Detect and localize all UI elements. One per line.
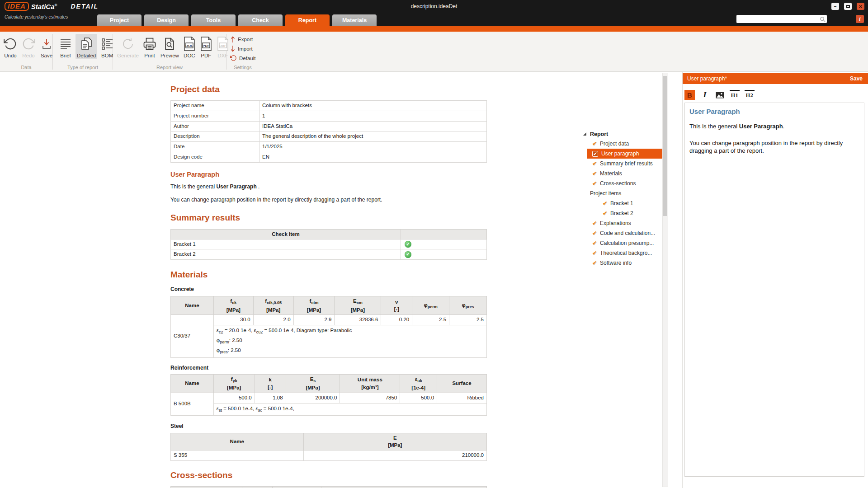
check-ok-icon: ✓: [405, 241, 411, 248]
statica-logo: StatiCa®: [31, 3, 57, 10]
check-ok-icon: ✓: [405, 251, 411, 258]
column-header: Picture: [321, 486, 486, 488]
ribbon: Undo Redo Save Data: [0, 32, 868, 72]
undo-button[interactable]: Undo: [2, 34, 19, 59]
report-scrollbar[interactable]: [662, 73, 668, 487]
bold-button[interactable]: B: [684, 90, 695, 100]
table-row: Bracket 1✓: [171, 239, 487, 249]
tab-check[interactable]: Check: [238, 14, 283, 26]
ribbon-group-type-of-report: Brief Detailed BOM Type of report: [53, 32, 113, 71]
nav-item-software-info[interactable]: ✔Software info: [583, 258, 667, 268]
maximize-button[interactable]: [844, 3, 852, 10]
export-button[interactable]: Export: [230, 36, 259, 43]
titlebar: IDEA StatiCa® DETAIL description.ideaDet…: [0, 0, 868, 13]
doc-file-icon: DOC: [183, 35, 196, 53]
column-header: fctm[MPa]: [293, 296, 335, 315]
pdf-button[interactable]: PDF PDF: [198, 34, 214, 59]
section-title-materials: Materials: [170, 270, 487, 280]
check-icon: ✔: [592, 220, 597, 226]
maximize-icon: [846, 5, 850, 8]
redo-button: Redo: [20, 34, 37, 59]
tab-materials[interactable]: Materials: [332, 14, 377, 26]
heading2-button[interactable]: H2: [745, 90, 755, 100]
user-paragraph-line2: You can change paragraph position in the…: [170, 197, 487, 203]
nav-item-project-data[interactable]: ✔Project data: [583, 139, 667, 149]
nav-item-bracket-2[interactable]: ✔Bracket 2: [583, 208, 667, 218]
ribbon-group-report-view: Generate Print Preview DOC DOC: [113, 32, 226, 71]
column-header: ν[-]: [381, 296, 412, 315]
import-icon: [230, 45, 236, 52]
column-header: Material: [242, 486, 272, 488]
import-button[interactable]: Import: [230, 45, 259, 52]
image-icon: [716, 92, 724, 99]
tab-project[interactable]: Project: [97, 14, 142, 26]
user-paragraph-panel: User paragraph* Save B I H1 H2 User Para…: [682, 72, 868, 488]
material-label-concrete: Concrete: [170, 286, 487, 292]
minimize-button[interactable]: –: [831, 3, 839, 10]
heading1-button[interactable]: H1: [730, 90, 740, 100]
scrollbar-thumb[interactable]: [663, 76, 667, 216]
bom-icon: [100, 35, 114, 53]
print-button[interactable]: Print: [142, 34, 158, 59]
report-nav-tree: Report ✔Project data✔User paragraph✔Summ…: [583, 130, 667, 268]
undo-icon: [4, 35, 17, 53]
close-button[interactable]: ✕: [857, 3, 864, 10]
check-icon: ✔: [592, 250, 597, 256]
search-input[interactable]: [736, 15, 820, 23]
check-icon: ✔: [603, 200, 607, 206]
tab-report[interactable]: Report: [285, 14, 330, 26]
doc-button[interactable]: DOC DOC: [182, 34, 197, 59]
panel-save-button[interactable]: Save: [850, 75, 863, 82]
nav-item-bracket-1[interactable]: ✔Bracket 1: [583, 198, 667, 208]
column-header: Name: [171, 433, 304, 450]
preview-button[interactable]: Preview: [159, 34, 180, 59]
redo-icon: [22, 35, 35, 53]
column-header: Master: [272, 486, 321, 488]
column-header: k[-]: [255, 374, 286, 393]
nav-root-report[interactable]: Report: [583, 130, 667, 139]
editor-paragraph-2: You can change paragraph position in the…: [689, 139, 859, 155]
save-button[interactable]: Save: [38, 34, 55, 59]
info-button[interactable]: i: [856, 15, 864, 23]
table-row: Date1/1/2025: [171, 142, 487, 152]
material-label-steel: Steel: [170, 423, 487, 429]
nav-item-project-items[interactable]: Project items: [583, 188, 667, 198]
nav-item-code-and-calculation[interactable]: ✔Code and calculation...: [583, 228, 667, 238]
brief-button[interactable]: Brief: [57, 34, 74, 59]
ribbon-group-label: Settings: [226, 65, 259, 70]
insert-image-button[interactable]: [715, 90, 725, 100]
nav-item-cross-sections[interactable]: ✔Cross-sections: [583, 178, 667, 188]
nav-item-materials[interactable]: ✔Materials: [583, 169, 667, 178]
generate-icon: [121, 35, 135, 53]
section-title-user-paragraph: User Paragraph: [170, 171, 487, 178]
nav-item-calculation-presump[interactable]: ✔Calculation presump...: [583, 238, 667, 248]
section-title-cross-sections: Cross-sections: [170, 470, 487, 480]
svg-text:DOC: DOC: [185, 44, 193, 48]
nav-item-summary-brief-results[interactable]: ✔Summary brief results: [583, 159, 667, 169]
nav-item-user-paragraph[interactable]: ✔User paragraph: [587, 149, 667, 159]
check-icon: ✔: [592, 170, 597, 177]
table-row: Project nameColumn with brackets: [171, 101, 487, 111]
column-header: εuk[1e-4]: [400, 374, 437, 393]
panel-header: User paragraph* Save: [683, 73, 868, 84]
default-icon: [230, 55, 237, 61]
ribbon-group-label: Report view: [113, 65, 226, 70]
check-icon: ✔: [592, 141, 597, 147]
paragraph-editor[interactable]: User Paragraph This is the general User …: [684, 103, 864, 477]
nav-item-explanations[interactable]: ✔Explanations: [583, 218, 667, 228]
checked-checkbox-icon: ✔: [592, 151, 598, 157]
italic-button[interactable]: I: [700, 90, 710, 100]
table-row: S 355210000.0: [171, 450, 487, 461]
column-header: Name: [171, 374, 214, 393]
tab-tools[interactable]: Tools: [191, 14, 236, 26]
check-icon: ✔: [592, 240, 597, 246]
default-button[interactable]: Default: [230, 55, 259, 61]
table-row: B 500B500.01.08200000.07850500.0Ribbed: [171, 393, 487, 403]
tab-design[interactable]: Design: [144, 14, 189, 26]
print-icon: [143, 35, 156, 53]
app-title: DETAIL: [71, 3, 99, 10]
ribbon-group-label: Data: [0, 65, 52, 70]
detailed-button[interactable]: Detailed: [75, 34, 97, 59]
nav-item-theoretical-backgro[interactable]: ✔Theoretical backgro...: [583, 248, 667, 258]
table-detail-row: εc2 = 20.0 1e-4, εcu2 = 500.0 1e-4, Diag…: [171, 325, 487, 358]
